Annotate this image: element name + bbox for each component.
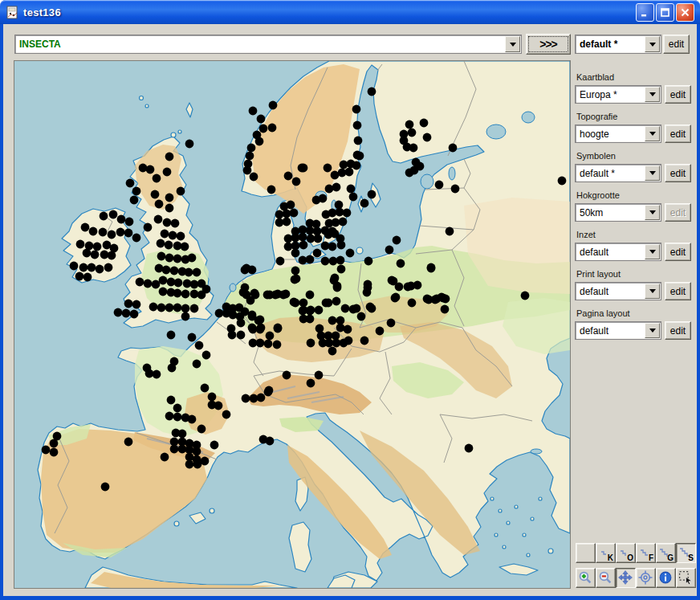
occurrence-dot (328, 243, 337, 251)
occurrence-dot (314, 235, 323, 243)
occurrence-dot (266, 437, 275, 446)
occurrence-dot (324, 164, 332, 173)
occurrence-dot (169, 231, 177, 240)
occurrence-dot (385, 246, 394, 255)
sidebar-group-print-layout: Print layout default edit (575, 269, 689, 300)
dropdown-button[interactable] (645, 284, 660, 299)
occurrence-dot (96, 265, 104, 274)
scale-button-g[interactable]: G (656, 543, 676, 563)
scale-button-f[interactable]: F (636, 543, 656, 563)
center-button[interactable] (636, 568, 656, 588)
dropdown-button[interactable] (645, 205, 660, 220)
maximize-button[interactable] (656, 3, 674, 22)
combo-value: 50km (580, 204, 603, 221)
titlebar[interactable]: test136 (0, 0, 700, 24)
inzet-combobox[interactable]: default (575, 243, 661, 261)
dropdown-button[interactable] (645, 165, 660, 181)
zoom-out-button[interactable] (596, 568, 616, 588)
preset-edit-button[interactable]: edit (663, 35, 690, 54)
inzet-edit-button[interactable]: edit (665, 243, 691, 261)
scale-button-blank[interactable] (576, 543, 596, 563)
occurrence-dot (306, 291, 315, 300)
occurrence-dot (397, 259, 405, 268)
topografie-combobox[interactable]: hoogte (575, 124, 661, 143)
occurrence-dot (157, 239, 165, 248)
occurrence-dot (104, 263, 113, 272)
occurrence-dot (267, 186, 276, 194)
kaartblad-edit-button[interactable]: edit (665, 85, 691, 104)
occurrence-dot (165, 204, 174, 213)
center-crosshair-icon (638, 570, 653, 585)
scale-button-s[interactable]: S (676, 543, 696, 563)
occurrence-dot (360, 199, 369, 208)
dropdown-button[interactable] (645, 244, 660, 259)
scale-button-k[interactable]: K (596, 543, 616, 563)
group-label: Topografie (575, 112, 689, 124)
dropdown-button[interactable] (645, 126, 660, 141)
occurrence-dot (307, 379, 315, 388)
occurrence-dot (465, 444, 474, 453)
print-layout-edit-button[interactable]: edit (665, 282, 691, 300)
occurrence-dot (328, 316, 337, 325)
occurrence-dot (237, 319, 246, 328)
species-dropdown-button[interactable] (505, 36, 520, 52)
occurrence-dot (255, 137, 264, 146)
occurrence-dot (363, 288, 372, 297)
select-region-button[interactable] (676, 568, 696, 588)
close-icon (681, 8, 690, 17)
occurrence-dot (268, 124, 277, 133)
pan-button[interactable] (616, 568, 636, 588)
preset-value: default * (580, 35, 617, 53)
kaartblad-combobox[interactable]: Europa * (575, 85, 661, 104)
occurrence-dot (228, 331, 237, 340)
dropdown-button[interactable] (645, 87, 660, 102)
close-button[interactable] (676, 3, 694, 22)
zoom-in-button[interactable] (576, 568, 596, 588)
map-canvas[interactable] (14, 60, 571, 589)
occurrence-dot (144, 280, 153, 288)
occurrence-dot (193, 360, 201, 369)
occurrence-dot (364, 257, 373, 266)
occurrence-dot (188, 254, 197, 263)
occurrence-dot (181, 312, 190, 321)
occurrence-dot (290, 298, 299, 307)
dropdown-button[interactable] (645, 323, 660, 338)
occurrence-dot (149, 303, 158, 312)
hokgrootte-edit-button[interactable]: edit (665, 203, 691, 222)
preset-dropdown-button[interactable] (645, 36, 660, 52)
chevron-down-icon (649, 210, 656, 214)
preset-combobox[interactable]: default * (575, 35, 661, 54)
occurrence-dot (291, 249, 300, 258)
minimize-button[interactable] (636, 3, 654, 22)
occurrence-dot (173, 413, 182, 422)
occurrence-dot (165, 412, 174, 421)
topografie-edit-button[interactable]: edit (665, 124, 691, 143)
pagina-layout-edit-button[interactable]: edit (665, 321, 691, 340)
occurrence-dot (165, 153, 174, 161)
occurrence-dot (144, 223, 153, 232)
nav-buttons-row (576, 568, 696, 588)
occurrence-dot (292, 178, 301, 186)
info-button[interactable] (656, 568, 676, 588)
occurrence-dot (442, 295, 450, 304)
scale-button-o[interactable]: O (616, 543, 636, 563)
occurrence-dot (89, 227, 98, 236)
print-layout-combobox[interactable]: default (575, 282, 661, 300)
occurrence-dot (257, 324, 266, 333)
species-combobox[interactable]: INSECTA (14, 35, 522, 54)
occurrence-dot (178, 430, 187, 439)
sidebar-group-inzet: Inzet default edit (575, 230, 689, 261)
occurrence-dot (208, 393, 217, 402)
group-label: Hokgrootte (575, 190, 689, 203)
symbolen-combobox[interactable]: default * (575, 164, 661, 182)
occurrence-dot (276, 257, 285, 266)
occurrence-dot (250, 289, 259, 298)
hokgrootte-combobox[interactable]: 50km (575, 203, 661, 222)
pagina-layout-combobox[interactable]: default (575, 321, 661, 340)
occurrence-dot (273, 341, 282, 349)
occurrence-dot (282, 290, 291, 299)
symbolen-edit-button[interactable]: edit (665, 164, 691, 182)
occurrence-dot (70, 262, 79, 271)
expand-species-button[interactable]: >>> (526, 34, 571, 55)
occurrence-dot (152, 280, 161, 289)
